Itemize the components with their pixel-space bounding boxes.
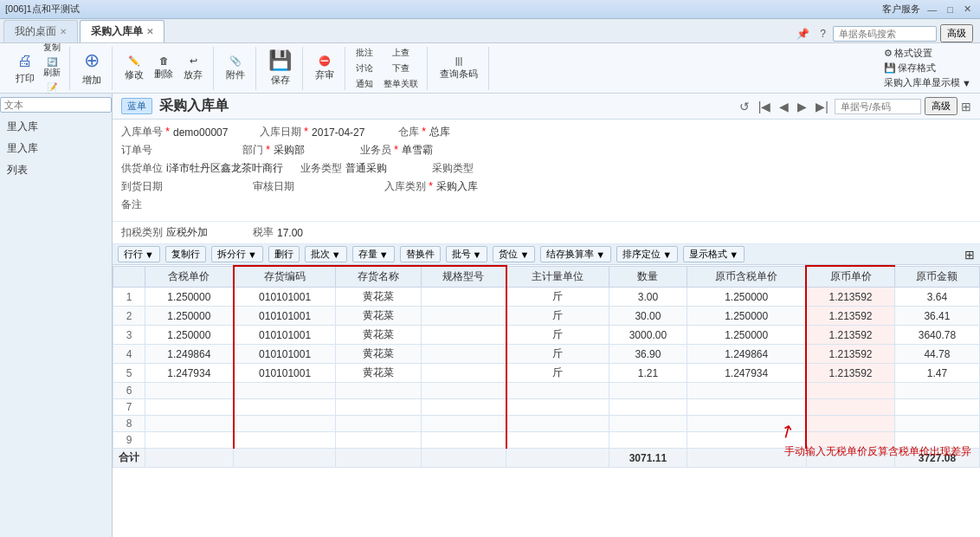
cell-unit: 斤 [506,288,609,307]
table-row[interactable]: 6 [113,383,980,399]
cell-unit [506,383,609,399]
expand-icon[interactable]: ⊞ [961,100,971,113]
table-batch-no-btn[interactable]: 批号 ▼ [446,246,488,262]
field-entry-date: 入库日期 2017-04-27 [260,125,381,139]
entry-type-label: 入库类别 [384,179,433,194]
modify-btn[interactable]: ✏️ 修改 [119,54,149,83]
cell-stock-name [336,383,421,399]
release-btn[interactable]: ↩ 放弃 [178,54,208,83]
delete-icon: 🗑 [159,55,169,66]
cell-stock-code [234,383,336,399]
sidebar-search[interactable] [0,97,112,113]
help-icon[interactable]: ? [816,28,829,40]
table-exchange-btn[interactable]: 结存换算率 ▼ [540,246,611,262]
table-del-row-btn[interactable]: 删行 [268,246,300,262]
table-copy-row-btn[interactable]: 复制行 [165,246,206,262]
cell-qty: 30.00 [609,307,687,326]
cell-stock-code [234,432,336,449]
cell-qty: 3.00 [609,288,687,307]
table-row[interactable]: 8 [113,416,980,432]
record-search[interactable] [835,99,921,114]
supplier-value: i泽市牡丹区鑫龙茶叶商行 [166,161,283,176]
tab-desktop-close[interactable]: ✕ [60,27,67,36]
delete-btn[interactable]: 🗑 删除 [149,54,178,82]
refresh-btn[interactable]: 🔄 刷新 [40,56,64,80]
field-warehouse: 仓库 总库 [398,125,499,139]
table-replace-btn[interactable]: 替换件 [400,246,441,262]
approve-btn[interactable]: 批注 [352,46,377,60]
service-menu[interactable]: 客户服务 [882,3,920,16]
query-barcode-btn[interactable]: ||| 查询条码 [435,54,483,82]
doc-header: 蓝单 采购入库单 ↺ |◀ ◀ ▶ ▶| 高级 ⊞ [113,94,980,120]
table-row-btn[interactable]: 行行 ▼ [118,246,160,262]
col-spec: 规格型号 [421,266,506,288]
release-icon: ↩ [190,55,197,67]
table-row[interactable]: 7 [113,399,980,416]
search-input[interactable] [833,26,937,42]
tab-purchase[interactable]: 采购入库单 ✕ [80,20,164,42]
table-sort-btn[interactable]: 排序定位 ▼ [616,246,678,262]
title-min-btn[interactable]: — [924,3,940,16]
nav-last-btn[interactable]: ▶| [813,99,831,114]
cell-row-num: 2 [113,307,145,326]
discuss-btn[interactable]: 讨论 [352,61,377,75]
pin-icon[interactable]: 📌 [793,28,813,40]
cell-orig-tax-price: 1.249864 [687,345,806,364]
table-row[interactable]: 9 [113,432,980,449]
abandon-btn[interactable]: ⛔ 弃审 [310,54,339,83]
notify-btn[interactable]: 通知 [352,77,377,91]
add-btn[interactable]: ⊕ 增加 [77,48,106,88]
up-query-btn[interactable]: 上查 [380,46,422,60]
cell-unit: 斤 [506,326,609,345]
save-btn[interactable]: 💾 保存 [263,48,297,88]
title-bar-controls: 客户服务 — □ ✕ [882,3,975,16]
print-btn[interactable]: 🖨 打印 [10,50,40,87]
merge-links-btn[interactable]: 整单关联 [380,77,422,91]
down-query-btn[interactable]: 下查 [380,61,422,75]
table-row[interactable]: 3 1.250000 010101001 黄花菜 斤 3000.00 1.250… [113,326,980,345]
tab-purchase-label: 采购入库单 [91,24,143,39]
title-close-btn[interactable]: ✕ [960,3,975,16]
table-row[interactable]: 2 1.250000 010101001 黄花菜 斤 30.00 1.25000… [113,307,980,326]
title-max-btn[interactable]: □ [944,3,957,16]
cell-stock-name: 黄花菜 [336,288,421,307]
table-row[interactable]: 1 1.250000 010101001 黄花菜 斤 3.00 1.250000… [113,288,980,307]
form-row-1: 入库单号 demo00007 入库日期 2017-04-27 仓库 总库 [121,125,971,139]
nav-reset-btn[interactable]: ↺ [737,99,752,114]
table-batch-btn[interactable]: 批次 ▼ [305,246,347,262]
display-dropdown-icon: ▼ [729,249,738,260]
order-no-label: 订单号 [121,143,152,158]
tax-type-value: 应税外加 [166,225,235,240]
sidebar-item-warehouse-in-2[interactable]: 里入库 [0,138,112,159]
nav-prev-btn[interactable]: ◀ [777,99,791,114]
cell-orig-price [806,399,894,416]
sidebar-item-warehouse-in-1[interactable]: 里入库 [0,116,112,138]
sidebar-item-list[interactable]: 列表 [0,159,112,181]
table-display-btn[interactable]: 显示格式 ▼ [683,246,745,262]
cell-orig-amount: 3.64 [894,288,979,307]
attach-btn[interactable]: 📎 附件 [221,54,250,83]
table-split-row-btn[interactable]: 拆分行 ▼ [211,246,263,262]
tab-desktop[interactable]: 我的桌面 ✕ [3,20,78,42]
table-location-btn[interactable]: 货位 ▼ [493,246,535,262]
format-settings-btn[interactable]: ⚙ 格式设置 [880,46,936,61]
nav-first-btn[interactable]: |◀ [756,99,774,114]
table-expand-icon[interactable]: ⊞ [964,248,975,262]
advanced-record-btn[interactable]: 高级 [925,97,957,115]
display-mode-btn[interactable]: 采购入库单显示模 ▼ [880,75,975,90]
nav-next-btn[interactable]: ▶ [795,99,809,114]
tab-purchase-close[interactable]: ✕ [146,27,153,36]
footer-amount: 3727.08 [894,449,979,468]
table-row[interactable]: 5 1.247934 010101001 黄花菜 斤 1.21 1.247934… [113,364,980,383]
cell-row-num: 8 [113,416,145,432]
cell-qty [609,383,687,399]
advanced-search-btn[interactable]: 高级 [940,24,973,42]
cell-orig-amount: 3640.78 [894,326,979,345]
save-format-icon: 💾 [884,62,896,74]
field-tax-type: 扣税类别 应税外加 [121,225,235,240]
cell-tax-price [145,432,234,449]
save-format-btn[interactable]: 💾 保存格式 [880,61,939,75]
table-row[interactable]: 4 1.249864 010101001 黄花菜 斤 36.90 1.24986… [113,345,980,364]
table-stock-btn[interactable]: 存量 ▼ [352,246,395,262]
cell-row-num: 7 [113,399,145,416]
